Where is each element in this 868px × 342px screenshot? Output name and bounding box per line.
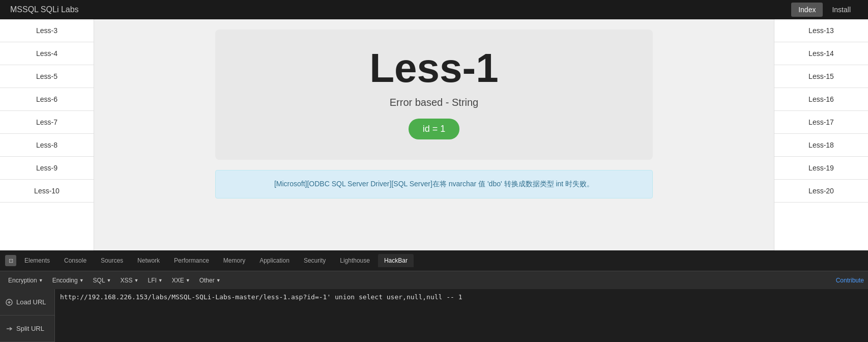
hackbar-xxe-btn[interactable]: XXE ▼: [168, 275, 194, 286]
hackbar-sql-btn[interactable]: SQL ▼: [89, 275, 115, 286]
sidebar-item-less17[interactable]: Less-17: [774, 111, 868, 134]
hero-title: Less-1: [369, 45, 498, 92]
sidebar-item-less4[interactable]: Less-4: [0, 42, 94, 65]
hackbar-encoding-btn[interactable]: Encoding ▼: [48, 275, 88, 286]
split-url-icon: [5, 325, 13, 333]
sidebar-item-less19[interactable]: Less-19: [774, 157, 868, 180]
hero-box: Less-1 Error based - String id = 1: [215, 30, 653, 160]
sidebar-left: Less-3 Less-4 Less-5 Less-6 Less-7 Less-…: [0, 19, 94, 250]
sidebar-item-less9[interactable]: Less-9: [0, 157, 94, 180]
tab-security[interactable]: Security: [298, 254, 332, 267]
split-url-label: Split URL: [16, 325, 44, 332]
sidebar-item-less10[interactable]: Less-10: [0, 180, 94, 203]
sidebar-item-less5[interactable]: Less-5: [0, 65, 94, 88]
tab-console[interactable]: Console: [58, 254, 93, 267]
sidebar-item-less3[interactable]: Less-3: [0, 19, 94, 42]
sql-arrow-icon: ▼: [107, 278, 111, 283]
hackbar-encryption-btn[interactable]: Encryption ▼: [4, 275, 47, 286]
tab-memory[interactable]: Memory: [217, 254, 251, 267]
tab-sources[interactable]: Sources: [95, 254, 129, 267]
url-input[interactable]: [55, 289, 868, 342]
hackbar-xss-btn[interactable]: XSS ▼: [117, 275, 143, 286]
split-url-button[interactable]: Split URL: [0, 316, 54, 342]
contribute-link[interactable]: Contribute: [836, 277, 864, 284]
nav-install[interactable]: Install: [825, 3, 858, 17]
error-message: [Microsoft][ODBC SQL Server Driver][SQL …: [274, 180, 594, 188]
load-url-icon: [5, 298, 13, 306]
encoding-arrow-icon: ▼: [79, 278, 84, 283]
main-wrapper: Less-3 Less-4 Less-5 Less-6 Less-7 Less-…: [0, 19, 868, 250]
hackbar-lfi-btn[interactable]: LFI ▼: [143, 275, 166, 286]
hero-subtitle: Error based - String: [390, 97, 479, 108]
center-content: Less-1 Error based - String id = 1 [Micr…: [94, 19, 774, 250]
url-area: Load URL Split URL: [0, 289, 868, 342]
hero-badge: id = 1: [409, 119, 460, 139]
sidebar-item-less18[interactable]: Less-18: [774, 134, 868, 157]
sidebar-item-less20[interactable]: Less-20: [774, 180, 868, 203]
hackbar-toolbar: Encryption ▼ Encoding ▼ SQL ▼ XSS ▼ LFI …: [0, 271, 868, 289]
tab-hackbar[interactable]: HackBar: [378, 254, 414, 267]
devtools-bar: ⊡ Elements Console Sources Network Perfo…: [0, 250, 868, 271]
tab-application[interactable]: Application: [253, 254, 296, 267]
sidebar-item-less8[interactable]: Less-8: [0, 134, 94, 157]
sidebar-item-less14[interactable]: Less-14: [774, 42, 868, 65]
sidebar-right: Less-13 Less-14 Less-15 Less-16 Less-17 …: [774, 19, 868, 250]
load-url-label: Load URL: [16, 298, 46, 306]
navbar-brand: MSSQL SQLi Labs: [10, 5, 79, 14]
xxe-arrow-icon: ▼: [186, 278, 190, 283]
navbar-links: Index Install: [791, 3, 858, 17]
url-input-wrapper: [55, 289, 868, 342]
load-url-button[interactable]: Load URL: [0, 289, 54, 316]
error-box: [Microsoft][ODBC SQL Server Driver][SQL …: [215, 170, 653, 198]
sidebar-item-less13[interactable]: Less-13: [774, 19, 868, 42]
tab-performance[interactable]: Performance: [168, 254, 215, 267]
sidebar-item-less6[interactable]: Less-6: [0, 88, 94, 111]
sidebar-item-less7[interactable]: Less-7: [0, 111, 94, 134]
encryption-arrow-icon: ▼: [39, 278, 43, 283]
tab-lighthouse[interactable]: Lighthouse: [334, 254, 376, 267]
tab-elements[interactable]: Elements: [18, 254, 56, 267]
hackbar-other-btn[interactable]: Other ▼: [195, 275, 225, 286]
devtools-panel-icon[interactable]: ⊡: [5, 255, 16, 266]
url-actions: Load URL Split URL: [0, 289, 55, 342]
xss-arrow-icon: ▼: [134, 278, 139, 283]
nav-index[interactable]: Index: [791, 3, 823, 17]
sidebar-item-less15[interactable]: Less-15: [774, 65, 868, 88]
sidebar-item-less16[interactable]: Less-16: [774, 88, 868, 111]
lfi-arrow-icon: ▼: [158, 278, 163, 283]
tab-network[interactable]: Network: [131, 254, 166, 267]
other-arrow-icon: ▼: [216, 278, 221, 283]
navbar: MSSQL SQLi Labs Index Install: [0, 0, 868, 19]
